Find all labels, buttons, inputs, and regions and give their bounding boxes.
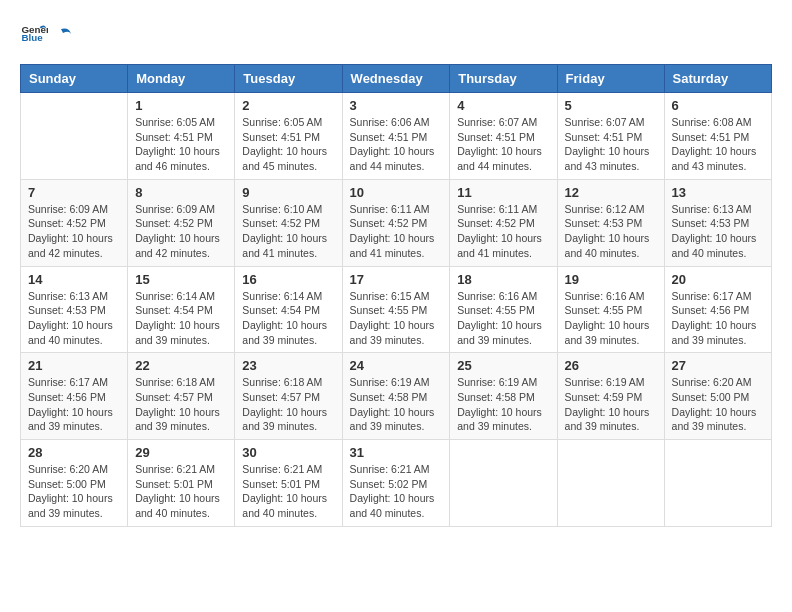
calendar-cell: 23Sunrise: 6:18 AMSunset: 4:57 PMDayligh…	[235, 353, 342, 440]
calendar-cell: 10Sunrise: 6:11 AMSunset: 4:52 PMDayligh…	[342, 179, 450, 266]
calendar-cell: 9Sunrise: 6:10 AMSunset: 4:52 PMDaylight…	[235, 179, 342, 266]
calendar-cell: 17Sunrise: 6:15 AMSunset: 4:55 PMDayligh…	[342, 266, 450, 353]
day-number: 4	[457, 98, 549, 113]
day-info: Sunrise: 6:21 AMSunset: 5:01 PMDaylight:…	[242, 462, 334, 521]
calendar-cell: 2Sunrise: 6:05 AMSunset: 4:51 PMDaylight…	[235, 93, 342, 180]
weekday-header-tuesday: Tuesday	[235, 65, 342, 93]
day-number: 6	[672, 98, 764, 113]
day-info: Sunrise: 6:18 AMSunset: 4:57 PMDaylight:…	[135, 375, 227, 434]
day-number: 13	[672, 185, 764, 200]
day-info: Sunrise: 6:13 AMSunset: 4:53 PMDaylight:…	[28, 289, 120, 348]
day-info: Sunrise: 6:11 AMSunset: 4:52 PMDaylight:…	[350, 202, 443, 261]
day-info: Sunrise: 6:17 AMSunset: 4:56 PMDaylight:…	[672, 289, 764, 348]
calendar-cell: 24Sunrise: 6:19 AMSunset: 4:58 PMDayligh…	[342, 353, 450, 440]
day-info: Sunrise: 6:18 AMSunset: 4:57 PMDaylight:…	[242, 375, 334, 434]
calendar-cell: 21Sunrise: 6:17 AMSunset: 4:56 PMDayligh…	[21, 353, 128, 440]
weekday-header-wednesday: Wednesday	[342, 65, 450, 93]
logo: General Blue	[20, 20, 74, 48]
logo-icon: General Blue	[20, 20, 48, 48]
day-number: 17	[350, 272, 443, 287]
calendar-cell: 18Sunrise: 6:16 AMSunset: 4:55 PMDayligh…	[450, 266, 557, 353]
day-number: 8	[135, 185, 227, 200]
day-number: 23	[242, 358, 334, 373]
calendar-cell	[664, 440, 771, 527]
day-info: Sunrise: 6:21 AMSunset: 5:02 PMDaylight:…	[350, 462, 443, 521]
day-number: 5	[565, 98, 657, 113]
svg-text:Blue: Blue	[21, 32, 43, 43]
day-info: Sunrise: 6:19 AMSunset: 4:59 PMDaylight:…	[565, 375, 657, 434]
calendar-cell	[557, 440, 664, 527]
calendar-cell: 25Sunrise: 6:19 AMSunset: 4:58 PMDayligh…	[450, 353, 557, 440]
calendar-cell: 4Sunrise: 6:07 AMSunset: 4:51 PMDaylight…	[450, 93, 557, 180]
page-header: General Blue	[20, 20, 772, 48]
day-info: Sunrise: 6:19 AMSunset: 4:58 PMDaylight:…	[350, 375, 443, 434]
day-number: 18	[457, 272, 549, 287]
day-number: 16	[242, 272, 334, 287]
day-info: Sunrise: 6:09 AMSunset: 4:52 PMDaylight:…	[28, 202, 120, 261]
day-number: 12	[565, 185, 657, 200]
day-number: 11	[457, 185, 549, 200]
calendar-cell	[21, 93, 128, 180]
day-number: 29	[135, 445, 227, 460]
day-number: 30	[242, 445, 334, 460]
calendar-cell: 14Sunrise: 6:13 AMSunset: 4:53 PMDayligh…	[21, 266, 128, 353]
calendar-cell: 19Sunrise: 6:16 AMSunset: 4:55 PMDayligh…	[557, 266, 664, 353]
calendar-cell: 28Sunrise: 6:20 AMSunset: 5:00 PMDayligh…	[21, 440, 128, 527]
day-number: 3	[350, 98, 443, 113]
calendar-week-row: 28Sunrise: 6:20 AMSunset: 5:00 PMDayligh…	[21, 440, 772, 527]
day-info: Sunrise: 6:13 AMSunset: 4:53 PMDaylight:…	[672, 202, 764, 261]
day-number: 9	[242, 185, 334, 200]
day-info: Sunrise: 6:07 AMSunset: 4:51 PMDaylight:…	[457, 115, 549, 174]
calendar-cell: 16Sunrise: 6:14 AMSunset: 4:54 PMDayligh…	[235, 266, 342, 353]
day-info: Sunrise: 6:16 AMSunset: 4:55 PMDaylight:…	[565, 289, 657, 348]
day-number: 15	[135, 272, 227, 287]
calendar-cell: 15Sunrise: 6:14 AMSunset: 4:54 PMDayligh…	[128, 266, 235, 353]
day-number: 2	[242, 98, 334, 113]
day-info: Sunrise: 6:05 AMSunset: 4:51 PMDaylight:…	[242, 115, 334, 174]
weekday-header-saturday: Saturday	[664, 65, 771, 93]
calendar-cell: 6Sunrise: 6:08 AMSunset: 4:51 PMDaylight…	[664, 93, 771, 180]
weekday-header-sunday: Sunday	[21, 65, 128, 93]
day-info: Sunrise: 6:11 AMSunset: 4:52 PMDaylight:…	[457, 202, 549, 261]
day-info: Sunrise: 6:20 AMSunset: 5:00 PMDaylight:…	[672, 375, 764, 434]
calendar-cell: 29Sunrise: 6:21 AMSunset: 5:01 PMDayligh…	[128, 440, 235, 527]
day-info: Sunrise: 6:12 AMSunset: 4:53 PMDaylight:…	[565, 202, 657, 261]
calendar-week-row: 21Sunrise: 6:17 AMSunset: 4:56 PMDayligh…	[21, 353, 772, 440]
day-info: Sunrise: 6:09 AMSunset: 4:52 PMDaylight:…	[135, 202, 227, 261]
calendar-cell	[450, 440, 557, 527]
calendar-cell: 3Sunrise: 6:06 AMSunset: 4:51 PMDaylight…	[342, 93, 450, 180]
day-number: 20	[672, 272, 764, 287]
day-number: 27	[672, 358, 764, 373]
calendar-cell: 20Sunrise: 6:17 AMSunset: 4:56 PMDayligh…	[664, 266, 771, 353]
calendar-cell: 1Sunrise: 6:05 AMSunset: 4:51 PMDaylight…	[128, 93, 235, 180]
calendar-header-row: SundayMondayTuesdayWednesdayThursdayFrid…	[21, 65, 772, 93]
logo-swoosh	[53, 26, 73, 46]
day-info: Sunrise: 6:10 AMSunset: 4:52 PMDaylight:…	[242, 202, 334, 261]
day-info: Sunrise: 6:14 AMSunset: 4:54 PMDaylight:…	[135, 289, 227, 348]
day-info: Sunrise: 6:16 AMSunset: 4:55 PMDaylight:…	[457, 289, 549, 348]
day-number: 22	[135, 358, 227, 373]
calendar-cell: 7Sunrise: 6:09 AMSunset: 4:52 PMDaylight…	[21, 179, 128, 266]
day-info: Sunrise: 6:21 AMSunset: 5:01 PMDaylight:…	[135, 462, 227, 521]
weekday-header-monday: Monday	[128, 65, 235, 93]
day-info: Sunrise: 6:08 AMSunset: 4:51 PMDaylight:…	[672, 115, 764, 174]
day-number: 25	[457, 358, 549, 373]
day-number: 1	[135, 98, 227, 113]
day-number: 19	[565, 272, 657, 287]
day-number: 24	[350, 358, 443, 373]
calendar-cell: 5Sunrise: 6:07 AMSunset: 4:51 PMDaylight…	[557, 93, 664, 180]
calendar-cell: 26Sunrise: 6:19 AMSunset: 4:59 PMDayligh…	[557, 353, 664, 440]
day-number: 31	[350, 445, 443, 460]
day-info: Sunrise: 6:06 AMSunset: 4:51 PMDaylight:…	[350, 115, 443, 174]
day-info: Sunrise: 6:19 AMSunset: 4:58 PMDaylight:…	[457, 375, 549, 434]
calendar-cell: 11Sunrise: 6:11 AMSunset: 4:52 PMDayligh…	[450, 179, 557, 266]
day-info: Sunrise: 6:05 AMSunset: 4:51 PMDaylight:…	[135, 115, 227, 174]
day-number: 21	[28, 358, 120, 373]
calendar-cell: 31Sunrise: 6:21 AMSunset: 5:02 PMDayligh…	[342, 440, 450, 527]
day-info: Sunrise: 6:15 AMSunset: 4:55 PMDaylight:…	[350, 289, 443, 348]
day-info: Sunrise: 6:17 AMSunset: 4:56 PMDaylight:…	[28, 375, 120, 434]
calendar-cell: 22Sunrise: 6:18 AMSunset: 4:57 PMDayligh…	[128, 353, 235, 440]
day-number: 26	[565, 358, 657, 373]
day-number: 10	[350, 185, 443, 200]
calendar-cell: 27Sunrise: 6:20 AMSunset: 5:00 PMDayligh…	[664, 353, 771, 440]
